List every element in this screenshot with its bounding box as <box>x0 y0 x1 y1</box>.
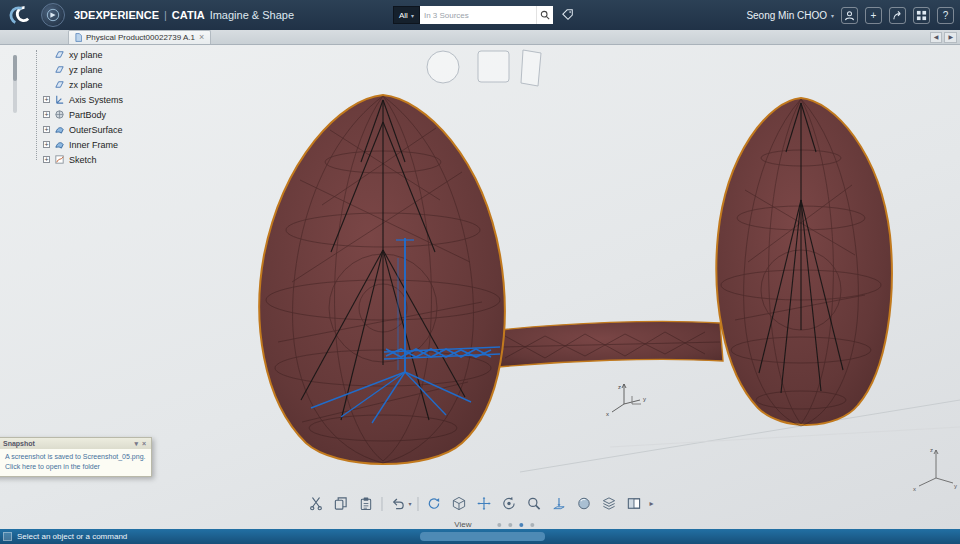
update-icon[interactable] <box>425 494 444 513</box>
chevron-down-icon[interactable]: ▾ <box>408 500 411 507</box>
tree-item-xy-plane[interactable]: xy plane <box>33 47 123 62</box>
tab-title: Physical Product00022739 A.1 <box>86 33 195 42</box>
tree-item-label: yz plane <box>69 65 103 75</box>
pager-dot-active[interactable] <box>520 523 524 527</box>
search-scope-label: All <box>399 11 408 20</box>
compass-x-label: x <box>913 486 916 492</box>
plane-icon <box>54 79 65 90</box>
notification-message[interactable]: A screenshot is saved to Screenshot_05.p… <box>0 449 151 476</box>
close-icon[interactable]: × <box>140 440 148 447</box>
expand-toggle[interactable]: + <box>43 111 50 118</box>
tree-item-sketch[interactable]: + Sketch <box>33 152 123 167</box>
plane-icon <box>54 49 65 60</box>
profile-icon[interactable] <box>841 7 858 24</box>
isometric-view-icon[interactable] <box>450 494 469 513</box>
expand-toggle[interactable]: + <box>43 126 50 133</box>
tree-item-axis-systems[interactable]: + Axis Systems <box>33 92 123 107</box>
normal-to-icon[interactable] <box>550 494 569 513</box>
chevron-down-icon: ▾ <box>411 12 414 19</box>
chevron-down-icon: ▾ <box>831 12 834 19</box>
compass-z-label: z <box>930 447 933 453</box>
scroll-right-icon[interactable]: ▶ <box>944 32 957 43</box>
notification-title: Snapshot <box>3 440 35 447</box>
apps-grid-icon[interactable] <box>913 7 930 24</box>
add-icon[interactable]: + <box>865 7 882 24</box>
view-compass[interactable]: z x y <box>913 447 957 492</box>
tree-item-inner-frame[interactable]: + Inner Frame <box>33 137 123 152</box>
3d-compass-button[interactable] <box>41 3 65 27</box>
axis-x-label: x <box>606 411 609 417</box>
product-name: CATIA <box>172 9 205 21</box>
pager-dot[interactable] <box>531 523 535 527</box>
surface-icon <box>54 139 65 150</box>
primitive-widgets[interactable] <box>427 50 541 86</box>
search-scope-dropdown[interactable]: All ▾ <box>393 6 420 24</box>
view-section-label: View <box>454 520 471 529</box>
pager-dot[interactable] <box>509 523 513 527</box>
tree-item-label: Sketch <box>69 155 97 165</box>
tag-icon[interactable] <box>562 9 574 21</box>
tree-scrollbar[interactable] <box>13 55 17 113</box>
cut-icon[interactable] <box>306 494 325 513</box>
toolbar-separator <box>381 497 382 511</box>
horizontal-scrollbar-thumb[interactable] <box>420 532 545 541</box>
shaded-view-icon[interactable] <box>575 494 594 513</box>
top-app-bar: 3DEXPERIENCE | CATIA Imagine & Shape All… <box>0 0 960 30</box>
user-area: Seong Min CHOO ▾ + ? <box>746 0 954 30</box>
more-tools-icon[interactable]: ▸ <box>650 499 654 508</box>
snapshot-notification[interactable]: Snapshot ▾ × A screenshot is saved to Sc… <box>0 437 152 477</box>
right-egg-surface[interactable] <box>716 98 891 426</box>
zoom-icon[interactable] <box>525 494 544 513</box>
multi-view-icon[interactable] <box>600 494 619 513</box>
document-icon <box>75 33 82 42</box>
tree-item-outersurface[interactable]: + OuterSurface <box>33 122 123 137</box>
model-tree: xy plane yz plane zx plane + Axis System… <box>33 47 123 167</box>
pager-dots <box>498 523 535 527</box>
axis-y-label: y <box>643 396 646 402</box>
search-icon[interactable] <box>536 6 553 24</box>
split-view-icon[interactable] <box>625 494 644 513</box>
app-title: 3DEXPERIENCE | CATIA Imagine & Shape <box>74 9 294 21</box>
part-body-icon <box>54 109 65 120</box>
compass-icon <box>46 8 60 22</box>
connector-bar[interactable] <box>498 321 723 367</box>
cube-widget[interactable] <box>478 51 509 82</box>
sketch-icon <box>54 154 65 165</box>
tree-item-label: Axis Systems <box>69 95 123 105</box>
compass-y-label: y <box>954 483 957 489</box>
sphere-widget[interactable] <box>427 51 459 83</box>
expand-toggle[interactable]: + <box>43 141 50 148</box>
share-icon[interactable] <box>889 7 906 24</box>
user-name[interactable]: Seong Min CHOO <box>746 10 827 21</box>
collapse-icon[interactable]: ▾ <box>132 440 140 447</box>
tree-item-label: PartBody <box>69 110 106 120</box>
brand-divider: | <box>164 9 167 21</box>
expand-toggle[interactable]: + <box>43 96 50 103</box>
3ds-logo[interactable] <box>6 3 32 27</box>
toolbar-separator <box>418 497 419 511</box>
top-search: All ▾ <box>393 6 574 24</box>
plane-widget[interactable] <box>521 50 541 86</box>
plane-icon <box>54 64 65 75</box>
ground-lines <box>520 400 960 472</box>
catia-window: 3DEXPERIENCE | CATIA Imagine & Shape All… <box>0 0 960 544</box>
rotate-icon[interactable] <box>500 494 519 513</box>
brand-name: 3DEXPERIENCE <box>74 9 159 21</box>
tree-item-label: OuterSurface <box>69 125 123 135</box>
undo-icon[interactable] <box>388 494 407 513</box>
scroll-left-icon[interactable]: ◀ <box>930 32 943 43</box>
tree-item-zx-plane[interactable]: zx plane <box>33 77 123 92</box>
expand-toggle[interactable]: + <box>43 156 50 163</box>
tree-item-partbody[interactable]: + PartBody <box>33 107 123 122</box>
paste-icon[interactable] <box>356 494 375 513</box>
surface-icon <box>54 124 65 135</box>
copy-icon[interactable] <box>331 494 350 513</box>
close-tab-icon[interactable]: × <box>199 33 204 42</box>
search-input[interactable] <box>420 6 536 24</box>
help-icon[interactable]: ? <box>937 7 954 24</box>
status-icon[interactable] <box>3 532 12 541</box>
pan-icon[interactable] <box>475 494 494 513</box>
document-tab[interactable]: Physical Product00022739 A.1 × <box>68 30 211 44</box>
tree-item-yz-plane[interactable]: yz plane <box>33 62 123 77</box>
pager-dot[interactable] <box>498 523 502 527</box>
